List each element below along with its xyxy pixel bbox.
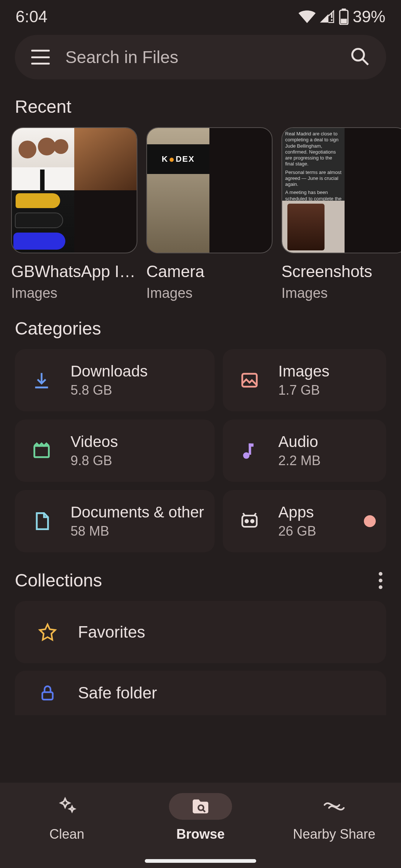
svg-rect-11 — [242, 516, 257, 527]
collections-heading: Collections — [15, 570, 102, 591]
category-title: Apps — [278, 503, 364, 521]
search-icon[interactable] — [350, 46, 370, 68]
recent-title: Camera — [146, 262, 273, 281]
collection-safe-folder[interactable]: Safe folder — [15, 671, 386, 715]
sparkle-icon — [35, 793, 98, 820]
thumbnail-image: Real Madrid are close to completing a de… — [282, 128, 345, 253]
recent-thumb: K●DEX — [146, 127, 273, 253]
search-input[interactable]: Search in Files — [65, 47, 350, 67]
apps-icon — [238, 512, 261, 531]
thumbnail-image: Arsenal vs Chelsea Over 1.5 @ 2.50Arsena… — [282, 253, 345, 253]
battery-icon — [339, 9, 349, 25]
document-icon — [30, 512, 53, 531]
category-title: Images — [278, 362, 376, 380]
thumbnail-image — [12, 128, 74, 190]
category-size: 5.8 GB — [71, 382, 204, 398]
thumbnail-image — [74, 128, 137, 190]
svg-point-9 — [243, 452, 249, 458]
svg-rect-8 — [35, 446, 49, 457]
category-size: 58 MB — [71, 523, 204, 539]
recent-card-camera[interactable]: K●DEX Camera Images — [146, 127, 273, 301]
recent-title: GBWhatsApp Imag... — [11, 262, 137, 281]
wifi-icon — [299, 10, 316, 23]
recent-thumb: Real Madrid are close to completing a de… — [281, 127, 401, 253]
category-documents[interactable]: Documents & other 58 MB — [15, 490, 215, 552]
recent-title: Screenshots — [281, 262, 401, 281]
category-title: Documents & other — [71, 503, 204, 521]
nav-clean[interactable]: Clean — [0, 783, 134, 868]
collections-list: Favorites Safe folder — [0, 597, 401, 715]
gesture-bar — [145, 859, 256, 863]
category-title: Videos — [71, 433, 204, 451]
category-images[interactable]: Images 1.7 GB — [223, 349, 386, 411]
svg-rect-4 — [341, 19, 347, 24]
star-icon — [36, 623, 59, 641]
recent-card-screenshots[interactable]: Real Madrid are close to completing a de… — [281, 127, 401, 301]
thumbnail-image — [12, 190, 74, 253]
nav-browse[interactable]: Browse — [134, 783, 267, 868]
folder-search-icon — [169, 793, 232, 820]
hamburger-icon[interactable] — [31, 50, 50, 65]
svg-point-12 — [245, 520, 248, 523]
svg-point-13 — [251, 520, 254, 523]
svg-point-5 — [352, 49, 364, 61]
signal-icon — [319, 10, 335, 23]
recent-row: GBWhatsApp Imag... Images K●DEX Camera I… — [0, 124, 401, 301]
status-bar: 6:04 39% — [0, 0, 401, 33]
collection-title: Favorites — [78, 623, 145, 641]
collection-favorites[interactable]: Favorites — [15, 601, 386, 663]
notification-dot — [364, 515, 376, 527]
svg-rect-0 — [331, 13, 332, 18]
video-icon — [30, 441, 53, 460]
battery-percent: 39% — [353, 7, 385, 26]
category-size: 2.2 MB — [278, 453, 376, 468]
nav-label: Browse — [176, 826, 225, 842]
recent-heading: Recent — [0, 79, 401, 124]
category-videos[interactable]: Videos 9.8 GB — [15, 420, 215, 482]
recent-subtitle: Images — [146, 285, 273, 301]
category-size: 26 GB — [278, 523, 364, 539]
thumbnail-image: K●DEX — [147, 128, 209, 253]
category-apps[interactable]: Apps 26 GB — [223, 490, 386, 552]
recent-card-gbwhatsapp[interactable]: GBWhatsApp Imag... Images — [11, 127, 137, 301]
status-right: 39% — [299, 7, 385, 26]
category-title: Downloads — [71, 362, 204, 380]
lock-icon — [36, 684, 59, 702]
collection-title: Safe folder — [78, 684, 157, 702]
status-time: 6:04 — [16, 7, 48, 26]
recent-subtitle: Images — [281, 285, 401, 301]
nav-label: Clean — [49, 826, 84, 842]
svg-rect-1 — [331, 19, 332, 21]
search-bar[interactable]: Search in Files — [15, 35, 386, 79]
nav-nearby-share[interactable]: Nearby Share — [267, 783, 401, 868]
audio-icon — [238, 441, 261, 460]
categories-grid: Downloads 5.8 GB Images 1.7 GB Videos 9.… — [0, 345, 401, 552]
download-icon — [30, 371, 53, 390]
recent-subtitle: Images — [11, 285, 137, 301]
category-size: 9.8 GB — [71, 453, 204, 468]
recent-thumb — [11, 127, 137, 253]
svg-rect-14 — [42, 692, 53, 700]
nav-label: Nearby Share — [293, 826, 375, 842]
category-audio[interactable]: Audio 2.2 MB — [223, 420, 386, 482]
svg-line-6 — [362, 59, 368, 65]
category-size: 1.7 GB — [278, 382, 376, 398]
more-icon[interactable] — [379, 572, 382, 589]
nearby-icon — [303, 793, 366, 820]
category-downloads[interactable]: Downloads 5.8 GB — [15, 349, 215, 411]
categories-heading: Categories — [0, 301, 401, 345]
bottom-nav: Clean Browse Nearby Share — [0, 783, 401, 868]
category-title: Audio — [278, 433, 376, 451]
image-icon — [238, 371, 261, 390]
